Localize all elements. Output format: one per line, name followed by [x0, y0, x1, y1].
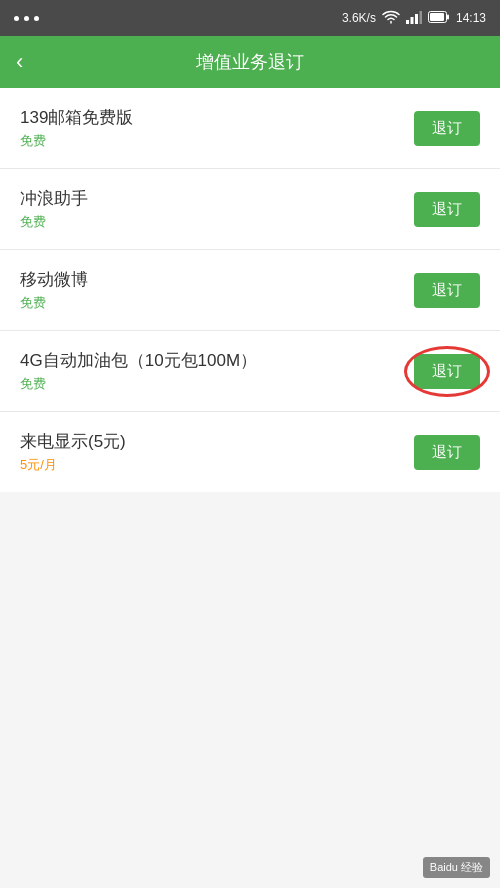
service-item-3: 移动微博免费退订	[0, 250, 500, 331]
unsubscribe-btn-2[interactable]: 退订	[414, 192, 480, 227]
unsubscribe-btn-4[interactable]: 退订	[414, 354, 480, 389]
service-name-4: 4G自动加油包（10元包100M）	[20, 349, 257, 372]
service-price-1: 免费	[20, 132, 133, 150]
back-button[interactable]: ‹	[16, 51, 23, 73]
dot-3	[34, 16, 39, 21]
dot-2	[24, 16, 29, 21]
service-info-2: 冲浪助手免费	[20, 187, 88, 231]
service-price-2: 免费	[20, 213, 88, 231]
service-name-5: 来电显示(5元)	[20, 430, 126, 453]
service-price-3: 免费	[20, 294, 88, 312]
status-bar: 3.6K/s 14:13	[0, 0, 500, 36]
service-name-3: 移动微博	[20, 268, 88, 291]
svg-rect-0	[406, 20, 409, 24]
status-right: 3.6K/s 14:13	[342, 10, 486, 27]
service-item-4: 4G自动加油包（10元包100M）免费退订	[0, 331, 500, 412]
service-item-5: 来电显示(5元)5元/月退订	[0, 412, 500, 492]
service-name-2: 冲浪助手	[20, 187, 88, 210]
svg-rect-2	[415, 14, 418, 24]
watermark-text: Baidu 经验	[430, 860, 483, 875]
time: 14:13	[456, 11, 486, 25]
header: ‹ 增值业务退订	[0, 36, 500, 88]
dot-1	[14, 16, 19, 21]
service-item-2: 冲浪助手免费退订	[0, 169, 500, 250]
status-dots	[14, 16, 39, 21]
battery-icon	[428, 11, 450, 26]
unsubscribe-btn-5[interactable]: 退订	[414, 435, 480, 470]
service-list: 139邮箱免费版免费退订冲浪助手免费退订移动微博免费退订4G自动加油包（10元包…	[0, 88, 500, 492]
svg-rect-1	[410, 17, 413, 24]
watermark: Baidu 经验	[423, 857, 490, 878]
service-info-3: 移动微博免费	[20, 268, 88, 312]
service-info-1: 139邮箱免费版免费	[20, 106, 133, 150]
svg-rect-5	[430, 13, 444, 21]
network-speed: 3.6K/s	[342, 11, 376, 25]
signal-icon	[406, 10, 422, 27]
service-price-4: 免费	[20, 375, 257, 393]
unsubscribe-btn-3[interactable]: 退订	[414, 273, 480, 308]
service-name-1: 139邮箱免费版	[20, 106, 133, 129]
service-item-1: 139邮箱免费版免费退订	[0, 88, 500, 169]
service-info-5: 来电显示(5元)5元/月	[20, 430, 126, 474]
page-title: 增值业务退订	[196, 50, 304, 74]
wifi-icon	[382, 10, 400, 27]
svg-rect-6	[447, 14, 449, 19]
unsubscribe-btn-1[interactable]: 退订	[414, 111, 480, 146]
service-info-4: 4G自动加油包（10元包100M）免费	[20, 349, 257, 393]
svg-rect-3	[419, 11, 422, 24]
service-price-5: 5元/月	[20, 456, 126, 474]
